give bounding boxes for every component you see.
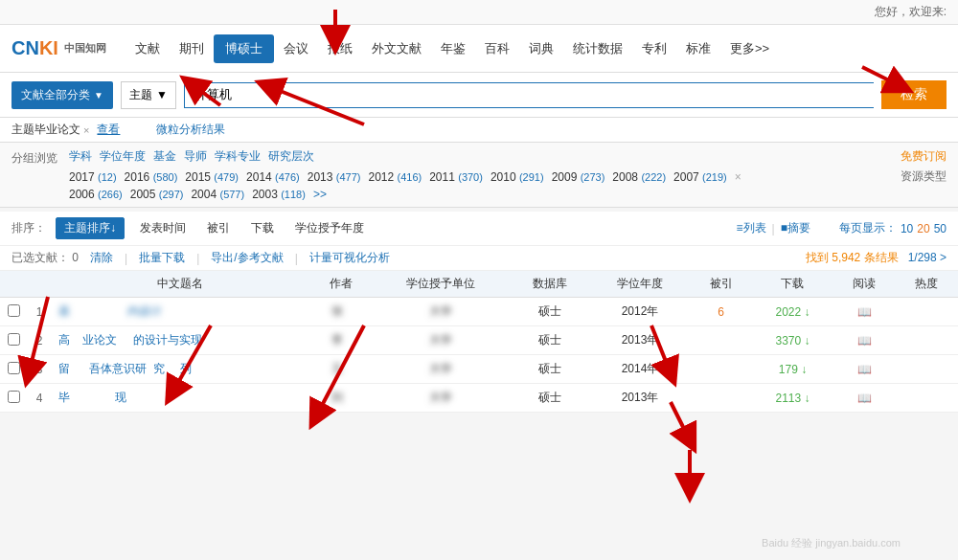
group-xueweiniandue[interactable]: 学位年度: [100, 148, 146, 165]
year-2003[interactable]: 2003 (118): [252, 188, 306, 201]
year-2009[interactable]: 2009 (273): [552, 170, 605, 184]
year-2013[interactable]: 2013 (477): [308, 170, 361, 184]
view-options: ≡列表 | ■摘要: [737, 220, 810, 236]
field-select[interactable]: 主题 ▼: [121, 81, 176, 109]
sort-dl[interactable]: 下载: [245, 218, 280, 238]
row-3-db: 硕士: [509, 355, 590, 384]
year-2006[interactable]: 2006 (266): [69, 188, 123, 201]
row-4-checkbox[interactable]: [8, 391, 20, 403]
search-input[interactable]: [184, 82, 874, 108]
row-4-cite[interactable]: [690, 384, 752, 413]
year-2004[interactable]: 2004 (577): [191, 188, 244, 201]
export-link[interactable]: 导出/参考文献: [211, 250, 283, 266]
year-2015[interactable]: 2015 (479): [185, 170, 239, 184]
row-2-cite[interactable]: [690, 326, 752, 355]
year-2012[interactable]: 2012 (416): [368, 170, 422, 184]
year-row-1: 2017 (12) 2016 (580) 2015 (479) 2014 (47…: [69, 170, 901, 184]
nav-tongji[interactable]: 统计数据: [563, 27, 632, 71]
group-xueke[interactable]: 学科: [69, 148, 92, 165]
main-nav: 文献 期刊 博硕士 会议 报纸 外文文献 年鉴 百科 词典 统计数据 专利 标准…: [125, 27, 947, 71]
row-1-read[interactable]: 📖: [833, 298, 896, 326]
page-info[interactable]: 1/298 >: [908, 251, 947, 264]
nav-more[interactable]: 更多>>: [720, 27, 779, 71]
per-page-50[interactable]: 50: [934, 222, 947, 235]
sort-time[interactable]: 发表时间: [134, 218, 192, 238]
tag-text: 主题毕业论文: [11, 122, 80, 138]
nav-zhuanli[interactable]: 专利: [632, 27, 676, 71]
view-sep: |: [772, 222, 775, 235]
row-3-dl[interactable]: 179 ↓: [752, 355, 833, 384]
batch-dl-link[interactable]: 批量下载: [139, 250, 185, 266]
group-zhuanye[interactable]: 学科专业: [215, 148, 261, 165]
row-3-hot: [896, 355, 958, 384]
per-page-20[interactable]: 20: [917, 222, 929, 235]
free-subscribe-link[interactable]: 免费订阅: [901, 148, 947, 165]
clear-link[interactable]: 清除: [90, 250, 113, 266]
row-1-hot: [896, 298, 958, 326]
row-3-checkbox[interactable]: [8, 362, 20, 374]
greeting-text: 您好，欢迎来:: [875, 5, 947, 18]
year-2017[interactable]: 2017 (12): [69, 170, 117, 184]
view-abstract-icon[interactable]: ■摘要: [781, 220, 810, 236]
row-3-read[interactable]: 📖: [833, 355, 896, 384]
row-3-cite[interactable]: [690, 355, 752, 384]
row-2-db: 硕士: [509, 326, 590, 355]
row-1-dl[interactable]: 2022 ↓: [752, 298, 833, 326]
year-2008[interactable]: 2008 (222): [612, 170, 666, 184]
col-unit-header: 学位授予单位: [372, 271, 509, 298]
row-4-read[interactable]: 📖: [833, 384, 896, 413]
year-2010[interactable]: 2010 (291): [490, 170, 544, 184]
nav-qikan[interactable]: 期刊: [170, 27, 214, 71]
year-2016[interactable]: 2016 (580): [125, 170, 178, 184]
sort-label: 排序：: [11, 220, 46, 236]
more-years-arrow[interactable]: >>: [313, 188, 327, 201]
nav-baozhi[interactable]: 报纸: [318, 27, 362, 71]
row-1-checkbox[interactable]: [8, 304, 20, 317]
view-link[interactable]: 查看: [97, 122, 120, 138]
row-2-checkbox[interactable]: [8, 333, 20, 346]
row-3-title[interactable]: 留 吾体意识研 究 列: [51, 355, 309, 384]
nav-wenxian[interactable]: 文献: [125, 27, 170, 71]
view-list-icon[interactable]: ≡列表: [737, 220, 766, 236]
col-dl-header: 下载: [752, 271, 833, 298]
row-2-read[interactable]: 📖: [833, 326, 896, 355]
search-button[interactable]: 检索: [881, 80, 947, 109]
row-4-dl[interactable]: 2113 ↓: [752, 384, 833, 413]
group-daoshi[interactable]: 导师: [184, 148, 207, 165]
year-2005[interactable]: 2005 (297): [130, 188, 184, 201]
sort-cite[interactable]: 被引: [201, 218, 236, 238]
row-1-cite[interactable]: 6: [690, 298, 752, 326]
result-info: 找到 5,942 条结果 1/298 >: [806, 250, 947, 266]
sort-topic[interactable]: 主题排序↓: [56, 217, 125, 239]
logo[interactable]: CNKI 中国知网: [11, 37, 106, 59]
analysis-link2[interactable]: 计量可视化分析: [309, 250, 390, 266]
sort-year[interactable]: 学位授予年度: [289, 218, 370, 238]
result-count: 5,942: [832, 251, 860, 264]
nav-huiyi[interactable]: 会议: [274, 27, 318, 71]
group-label: 分组浏览: [11, 148, 57, 167]
year-close-icon[interactable]: ×: [735, 170, 741, 184]
per-page-10[interactable]: 10: [901, 222, 913, 235]
group-yanjiu[interactable]: 研究层次: [268, 148, 314, 165]
group-jijin[interactable]: 基金: [153, 148, 176, 165]
tag-close-icon[interactable]: ×: [83, 124, 89, 136]
year-row-2: 2006 (266) 2005 (297) 2004 (577) 2003 (1…: [69, 188, 901, 201]
year-2007[interactable]: 2007 (219): [673, 170, 727, 184]
year-2011[interactable]: 2011 (370): [429, 170, 483, 184]
analysis-link[interactable]: 微粒分析结果: [156, 122, 225, 138]
row-4-title[interactable]: 毕 现: [51, 384, 309, 413]
row-1-title[interactable]: 基 内设计: [51, 298, 309, 326]
nav-nianjian[interactable]: 年鉴: [431, 27, 475, 71]
nav-biaozhun[interactable]: 标准: [676, 27, 720, 71]
row-2-dl[interactable]: 3370 ↓: [752, 326, 833, 355]
result-table: 中文题名 作者 学位授予单位 数据库 学位年度 被引 下载 阅读 热度 1 基 …: [0, 271, 958, 413]
row-2-title[interactable]: 高 业论文 的设计与实现: [51, 326, 309, 355]
table-row: 3 留 吾体意识研 究 列 王 大学 硕士 2014年 179 ↓ 📖: [0, 355, 958, 384]
nav-waiwenxian[interactable]: 外文文献: [362, 27, 431, 71]
category-select[interactable]: 文献全部分类 ▼: [11, 81, 113, 109]
nav-boshi[interactable]: 博硕士: [214, 34, 274, 63]
nav-baike[interactable]: 百科: [475, 27, 519, 71]
year-2014[interactable]: 2014 (476): [246, 170, 300, 184]
row-2-year: 2013年: [590, 326, 690, 355]
nav-cidian[interactable]: 词典: [519, 27, 563, 71]
